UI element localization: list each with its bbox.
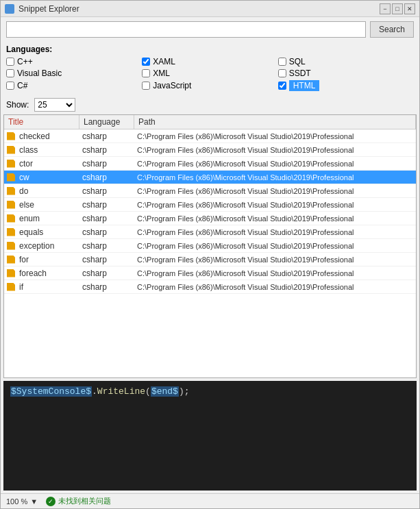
status-text: 未找到相关问题: [58, 496, 111, 506]
maximize-button[interactable]: □: [392, 3, 403, 14]
row-icon: [5, 172, 16, 183]
cell-title: foreach: [16, 267, 79, 280]
cell-path: C:\Program Files (x86)\Microsoft Visual …: [134, 254, 416, 265]
table-row[interactable]: exception csharp C:\Program Files (x86)\…: [4, 239, 416, 253]
lang-xaml-label[interactable]: XAML: [153, 57, 175, 66]
row-icon: [5, 158, 16, 169]
table-body[interactable]: checked csharp C:\Program Files (x86)\Mi…: [4, 129, 416, 377]
lang-ssdt: SSDT: [278, 69, 414, 78]
table-row[interactable]: cw csharp C:\Program Files (x86)\Microso…: [4, 171, 416, 184]
cell-language: csharp: [79, 171, 134, 184]
table-row[interactable]: enum csharp C:\Program Files (x86)\Micro…: [4, 212, 416, 225]
languages-grid: C++ XAML SQL Visual Basic XML SSDT: [6, 57, 414, 91]
cell-title: class: [16, 144, 79, 156]
table-row[interactable]: do csharp C:\Program Files (x86)\Microso…: [4, 184, 416, 198]
cell-language: csharp: [79, 226, 134, 238]
lang-vb-checkbox[interactable]: [6, 69, 14, 77]
cell-language: csharp: [79, 212, 134, 225]
table-row[interactable]: checked csharp C:\Program Files (x86)\Mi…: [4, 129, 416, 143]
cell-title: cw: [16, 171, 79, 184]
cell-title: for: [16, 253, 79, 266]
row-icon: [5, 186, 16, 197]
zoom-control[interactable]: 100 % ▼: [6, 497, 38, 506]
zoom-label: 100 %: [6, 497, 27, 506]
lang-csharp-label[interactable]: C#: [17, 81, 27, 90]
row-icon: [5, 268, 16, 279]
title-bar-buttons: − □ ✕: [380, 3, 415, 14]
table-row[interactable]: if csharp C:\Program Files (x86)\Microso…: [4, 280, 416, 294]
lang-csharp: C#: [6, 80, 142, 91]
lang-xml-checkbox[interactable]: [142, 69, 150, 77]
row-icon: [5, 199, 16, 210]
lang-ssdt-checkbox[interactable]: [278, 69, 286, 77]
cell-path: C:\Program Files (x86)\Microsoft Visual …: [134, 268, 416, 279]
lang-sql-label[interactable]: SQL: [289, 57, 306, 66]
cell-title: if: [16, 281, 79, 293]
minimize-button[interactable]: −: [380, 3, 391, 14]
languages-section: Languages: C++ XAML SQL Visual Basic: [1, 42, 419, 95]
status-bar: 100 % ▼ ✓ 未找到相关问题: [1, 493, 419, 508]
cell-language: csharp: [79, 130, 134, 142]
snippet-file-icon: [7, 132, 15, 140]
code-method: WriteLine: [97, 386, 145, 397]
row-icon: [5, 282, 16, 293]
snippet-file-icon: [7, 242, 15, 250]
cell-path: C:\Program Files (x86)\Microsoft Visual …: [134, 199, 416, 210]
lang-cpp-label[interactable]: C++: [17, 57, 33, 66]
check-icon: ✓: [46, 497, 55, 506]
title-bar: Snippet Explorer − □ ✕: [1, 1, 419, 17]
code-dot: .: [92, 386, 97, 397]
table-row[interactable]: foreach csharp C:\Program Files (x86)\Mi…: [4, 266, 416, 280]
table-row[interactable]: class csharp C:\Program Files (x86)\Micr…: [4, 143, 416, 157]
search-bar: Search: [1, 17, 419, 42]
lang-html-checkbox[interactable]: [278, 82, 286, 90]
cell-path: C:\Program Files (x86)\Microsoft Visual …: [134, 240, 416, 251]
show-select[interactable]: 10 25 50 100: [34, 98, 75, 112]
lang-js-checkbox[interactable]: [142, 82, 150, 90]
lang-xml-label[interactable]: XML: [153, 69, 170, 78]
row-icon: [5, 145, 16, 156]
cell-path: C:\Program Files (x86)\Microsoft Visual …: [134, 131, 416, 142]
lang-js-label[interactable]: JavaScript: [153, 81, 191, 90]
lang-vb-label[interactable]: Visual Basic: [17, 69, 62, 78]
cell-language: csharp: [79, 158, 134, 170]
snippet-file-icon: [7, 173, 15, 182]
col-path: Path: [134, 115, 416, 129]
cell-path: C:\Program Files (x86)\Microsoft Visual …: [134, 145, 416, 156]
table-row[interactable]: for csharp C:\Program Files (x86)\Micros…: [4, 253, 416, 266]
search-input[interactable]: [6, 21, 366, 38]
cell-path: C:\Program Files (x86)\Microsoft Visual …: [134, 172, 416, 183]
table-row[interactable]: ctor csharp C:\Program Files (x86)\Micro…: [4, 157, 416, 171]
search-button[interactable]: Search: [370, 21, 414, 38]
lang-ssdt-label[interactable]: SSDT: [289, 69, 311, 78]
lang-xaml-checkbox[interactable]: [142, 58, 150, 66]
lang-sql-checkbox[interactable]: [278, 58, 286, 66]
show-row: Show: 10 25 50 100: [1, 95, 419, 114]
languages-label: Languages:: [6, 45, 414, 54]
table-row[interactable]: else csharp C:\Program Files (x86)\Micro…: [4, 198, 416, 212]
close-button[interactable]: ✕: [404, 3, 415, 14]
cell-language: csharp: [79, 267, 134, 280]
cell-language: csharp: [79, 253, 134, 266]
lang-vb: Visual Basic: [6, 69, 142, 78]
cell-path: C:\Program Files (x86)\Microsoft Visual …: [134, 282, 416, 293]
row-icon: [5, 240, 16, 251]
lang-cpp: C++: [6, 57, 142, 66]
lang-csharp-checkbox[interactable]: [6, 82, 14, 90]
lang-cpp-checkbox[interactable]: [6, 58, 14, 66]
table-row[interactable]: equals csharp C:\Program Files (x86)\Mic…: [4, 225, 416, 239]
status-info: ✓ 未找到相关问题: [46, 496, 111, 506]
cell-path: C:\Program Files (x86)\Microsoft Visual …: [134, 227, 416, 238]
snippet-explorer-window: Snippet Explorer − □ ✕ Search Languages:…: [0, 0, 420, 509]
row-icon: [5, 131, 16, 142]
lang-html-label[interactable]: HTML: [289, 80, 320, 91]
cell-title: enum: [16, 212, 79, 225]
cell-path: C:\Program Files (x86)\Microsoft Visual …: [134, 213, 416, 224]
lang-html: HTML: [278, 80, 414, 91]
lang-js: JavaScript: [142, 80, 277, 91]
cell-title: exception: [16, 240, 79, 252]
cell-title: equals: [16, 226, 79, 238]
code-close: );: [179, 386, 190, 397]
cell-language: csharp: [79, 199, 134, 211]
cell-title: else: [16, 199, 79, 211]
